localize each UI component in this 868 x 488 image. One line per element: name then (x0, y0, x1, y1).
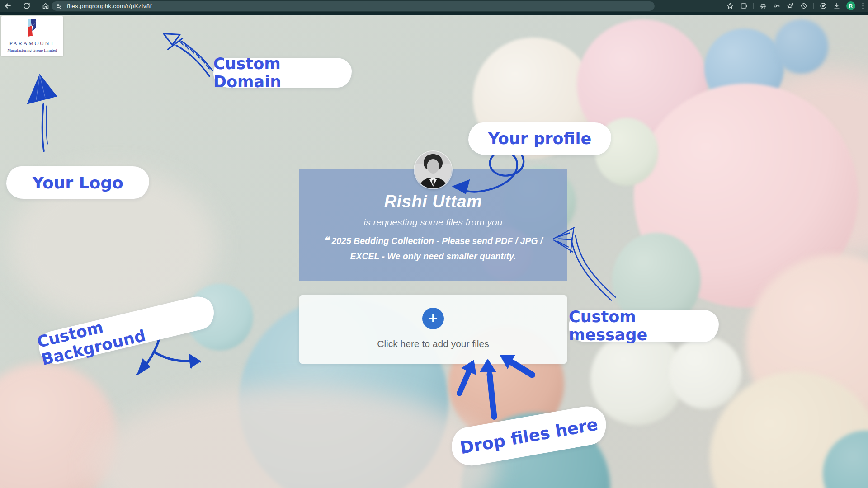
request-message: ❝2025 Bedding Collection - Please send P… (320, 233, 546, 264)
extensions-icon[interactable] (737, 0, 750, 12)
browser-toolbar: files.pmgrouphk.com/r/pKzIv8f (0, 0, 868, 12)
paramount-logo-icon (22, 19, 42, 39)
annotation-custom-message: Custom message (569, 310, 719, 342)
reload-icon[interactable] (20, 0, 33, 12)
history-icon[interactable] (797, 0, 811, 12)
annotation-your-profile: Your profile (468, 122, 611, 155)
screen: files.pmgrouphk.com/r/pKzIv8f (0, 0, 868, 488)
toolbar-separator (753, 3, 754, 9)
requester-name: Rishi Uttam (299, 192, 567, 211)
quote-icon: ❝ (324, 235, 329, 246)
extension-rover-icon[interactable] (756, 0, 770, 12)
kebab-menu-icon[interactable] (858, 0, 868, 12)
request-subtitle: is requesting some files from you (299, 217, 567, 228)
home-icon[interactable] (39, 0, 52, 12)
upload-label: Click here to add your files (299, 338, 567, 349)
plus-icon: + (429, 310, 438, 326)
url-bar[interactable]: files.pmgrouphk.com/r/pKzIv8f (52, 1, 655, 11)
company-name: PARAMOUNT (9, 40, 55, 47)
browser-profile-chip[interactable]: R (846, 1, 855, 10)
sparkle-star-icon[interactable] (783, 0, 797, 12)
site-info-icon[interactable] (56, 3, 62, 9)
toolbar-edge (0, 12, 868, 15)
bookmark-star-icon[interactable] (723, 0, 737, 12)
company-subtitle: Manufacturing Group Limited (7, 48, 57, 52)
custom-domain-arrow (164, 34, 212, 76)
add-files-button[interactable]: + (422, 308, 444, 329)
url-text[interactable]: files.pmgrouphk.com/r/pKzIv8f (67, 3, 151, 9)
company-logo: PARAMOUNT Manufacturing Group Limited (1, 16, 63, 56)
back-icon[interactable] (1, 0, 14, 12)
your-logo-arrow (28, 75, 56, 151)
avatar (415, 151, 452, 188)
upload-dropzone[interactable]: + Click here to add your files (299, 295, 567, 364)
request-message-text: 2025 Bedding Collection - Please send PD… (331, 236, 542, 261)
performance-leaf-icon[interactable] (816, 0, 830, 12)
file-request-card: Rishi Uttam is requesting some files fro… (299, 169, 567, 281)
downloads-icon[interactable] (830, 0, 844, 12)
toolbar-actions: R (723, 0, 868, 12)
annotation-custom-domain: Custom Domain (213, 58, 352, 88)
password-key-icon[interactable] (770, 0, 783, 12)
toolbar-separator (813, 3, 814, 9)
annotation-your-logo: Your Logo (6, 166, 149, 199)
file-request-page: PARAMOUNT Manufacturing Group Limited Ri… (0, 15, 868, 488)
